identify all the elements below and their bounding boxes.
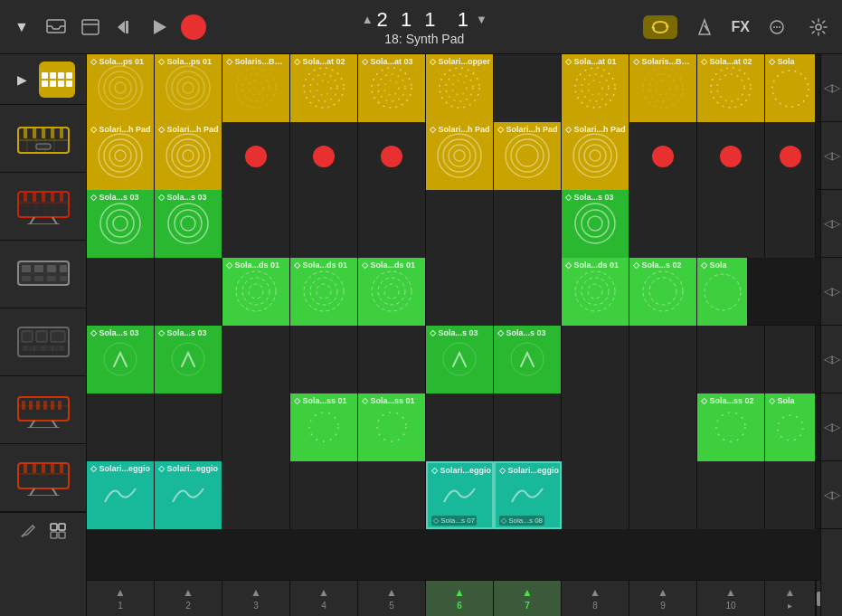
clip-1-6[interactable]: ◇ Solari...opper bbox=[426, 54, 494, 122]
clip-6-11[interactable]: ◇ Sola bbox=[765, 393, 816, 461]
pencil-icon[interactable] bbox=[18, 520, 40, 542]
clip-3-7[interactable] bbox=[494, 190, 562, 258]
clip-4-3[interactable]: ◇ Sola...ds 01 bbox=[222, 258, 290, 326]
clip-6-1[interactable] bbox=[87, 393, 155, 461]
clip-4-4[interactable]: ◇ Sola...ds 01 bbox=[290, 258, 358, 326]
clip-3-8[interactable]: ◇ Sola...s 03 bbox=[562, 190, 629, 258]
clip-1-9[interactable]: ◇ Solaris...Build bbox=[629, 54, 697, 122]
sidebar-play[interactable]: ▶ bbox=[12, 69, 33, 90]
clip-5-5[interactable] bbox=[358, 326, 426, 393]
col-btn-6[interactable]: ▲ 6 bbox=[426, 581, 494, 617]
clip-5-4[interactable] bbox=[290, 326, 358, 393]
clip-5-9[interactable] bbox=[629, 326, 697, 393]
col-btn-3[interactable]: ▲ 3 bbox=[222, 581, 290, 617]
clip-3-10[interactable] bbox=[697, 190, 765, 258]
clip-2-6[interactable]: ◇ Solari...h Pad bbox=[426, 122, 494, 190]
clip-2-3[interactable] bbox=[222, 122, 290, 190]
clip-7-7[interactable]: ◇ Solari...eggio ◇ Sola...s 08 bbox=[494, 461, 562, 529]
clip-5-6[interactable]: ◇ Sola...s 03 bbox=[426, 326, 494, 393]
clip-7-4[interactable] bbox=[290, 461, 358, 529]
clip-2-10[interactable] bbox=[697, 122, 765, 190]
clip-1-1[interactable]: ◇ Sola...ps 01 bbox=[87, 54, 155, 122]
clip-7-2[interactable]: ◇ Solari...eggio bbox=[155, 461, 222, 529]
metronome-icon[interactable] bbox=[690, 13, 719, 42]
fx-button[interactable]: FX bbox=[732, 19, 750, 35]
clip-4-10[interactable]: ◇ Sola bbox=[697, 258, 748, 326]
clip-2-4[interactable] bbox=[290, 122, 358, 190]
clip-7-5[interactable] bbox=[358, 461, 426, 529]
loop-button[interactable] bbox=[643, 15, 677, 39]
clip-4-5[interactable]: ◇ Sola...ds 01 bbox=[358, 258, 426, 326]
clip-1-4[interactable]: ◇ Sola...at 02 bbox=[290, 54, 358, 122]
right-btn-1[interactable]: ◁▷ bbox=[821, 54, 842, 122]
clip-3-6[interactable] bbox=[426, 190, 494, 258]
clip-3-11[interactable] bbox=[765, 190, 816, 258]
clip-3-1[interactable]: ◇ Sola...s 03 bbox=[87, 190, 155, 258]
clip-5-1[interactable]: ◇ Sola...s 03 bbox=[87, 326, 155, 393]
clip-1-8[interactable]: ◇ Sola...at 01 bbox=[562, 54, 629, 122]
right-btn-7[interactable]: ◁▷ bbox=[821, 461, 842, 529]
clip-1-10[interactable]: ◇ Sola...at 02 bbox=[697, 54, 765, 122]
clip-7-11[interactable] bbox=[765, 461, 816, 529]
clip-7-3[interactable] bbox=[222, 461, 290, 529]
clip-6-5[interactable]: ◇ Sola...ss 01 bbox=[358, 393, 426, 461]
clip-6-9[interactable] bbox=[629, 393, 697, 461]
settings-icon[interactable] bbox=[804, 13, 833, 42]
record-button[interactable] bbox=[181, 14, 206, 40]
clip-3-5[interactable] bbox=[358, 190, 426, 258]
inbox-icon[interactable] bbox=[43, 14, 69, 40]
clip-5-7[interactable]: ◇ Sola...s 03 bbox=[494, 326, 562, 393]
clip-1-11[interactable]: ◇ Sola bbox=[765, 54, 816, 122]
clip-2-7[interactable]: ◇ Solari...h Pad bbox=[494, 122, 562, 190]
clip-6-7[interactable] bbox=[494, 393, 562, 461]
clip-5-3[interactable] bbox=[222, 326, 290, 393]
clip-7-8[interactable] bbox=[562, 461, 629, 529]
right-btn-6[interactable]: ◁▷ bbox=[821, 393, 842, 461]
col-btn-2[interactable]: ▲ 2 bbox=[155, 581, 222, 617]
clip-2-11[interactable] bbox=[765, 122, 816, 190]
right-btn-5[interactable]: ◁▷ bbox=[821, 326, 842, 393]
chevron-down-icon[interactable]: ▼ bbox=[476, 13, 487, 26]
chat-icon[interactable] bbox=[762, 13, 791, 42]
clip-5-11[interactable] bbox=[765, 326, 816, 393]
right-btn-3[interactable]: ◁▷ bbox=[821, 190, 842, 258]
clip-2-9[interactable] bbox=[629, 122, 697, 190]
clip-3-9[interactable] bbox=[629, 190, 697, 258]
col-btn-11[interactable]: ▲ ▸ bbox=[765, 581, 816, 617]
clip-4-7[interactable] bbox=[494, 258, 562, 326]
clip-6-3[interactable] bbox=[222, 393, 290, 461]
clip-4-2[interactable] bbox=[155, 258, 222, 326]
clip-5-2[interactable]: ◇ Sola...s 03 bbox=[155, 326, 222, 393]
clip-6-10[interactable]: ◇ Sola...ss 02 bbox=[697, 393, 765, 461]
right-btn-2[interactable]: ◁▷ bbox=[821, 122, 842, 190]
clip-7-9[interactable] bbox=[629, 461, 697, 529]
clip-6-4[interactable]: ◇ Sola...ss 01 bbox=[290, 393, 358, 461]
clip-7-6[interactable]: ◇ Solari...eggio ◇ Sola...s 07 bbox=[426, 461, 494, 529]
clip-1-2[interactable]: ◇ Sola...ps 01 bbox=[155, 54, 222, 122]
col-btn-9[interactable]: ▲ 9 bbox=[629, 581, 697, 617]
col-btn-4[interactable]: ▲ 4 bbox=[290, 581, 358, 617]
clip-4-1[interactable] bbox=[87, 258, 155, 326]
play-icon[interactable] bbox=[147, 14, 172, 40]
clip-5-8[interactable] bbox=[562, 326, 629, 393]
clip-1-7[interactable] bbox=[494, 54, 562, 122]
clip-4-9[interactable]: ◇ Sola...s 02 bbox=[629, 258, 697, 326]
clip-3-3[interactable] bbox=[222, 190, 290, 258]
clip-1-3[interactable]: ◇ Solaris...Build bbox=[222, 54, 290, 122]
chevron-up-icon[interactable]: ▲ bbox=[362, 13, 374, 26]
grid-view-icon[interactable] bbox=[47, 520, 69, 542]
col-btn-1[interactable]: ▲ 1 bbox=[87, 581, 155, 617]
clip-2-1[interactable]: ◇ Solari...h Pad bbox=[87, 122, 155, 190]
col-btn-10[interactable]: ▲ 10 bbox=[697, 581, 765, 617]
clip-4-6[interactable] bbox=[426, 258, 494, 326]
clip-7-10[interactable] bbox=[697, 461, 765, 529]
clip-6-8[interactable] bbox=[562, 393, 629, 461]
clip-4-8[interactable]: ◇ Sola...ds 01 bbox=[562, 258, 629, 326]
clip-1-5[interactable]: ◇ Sola...at 03 bbox=[358, 54, 426, 122]
right-btn-4[interactable]: ◁▷ bbox=[821, 258, 842, 326]
window-icon[interactable] bbox=[78, 14, 103, 40]
clip-5-10[interactable] bbox=[697, 326, 765, 393]
clip-6-6[interactable] bbox=[426, 393, 494, 461]
clip-2-8[interactable]: ◇ Solari...h Pad bbox=[562, 122, 629, 190]
dropdown-icon[interactable]: ▼ bbox=[9, 14, 34, 40]
